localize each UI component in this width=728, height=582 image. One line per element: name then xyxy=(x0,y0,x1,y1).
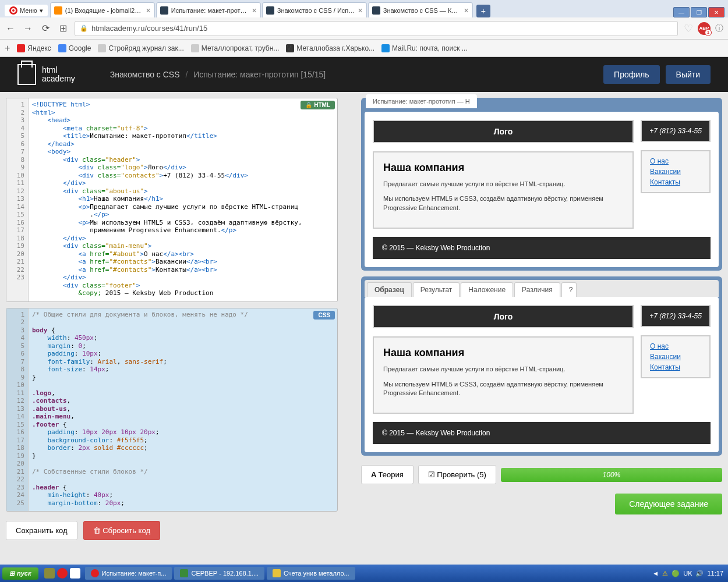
site-favicon xyxy=(191,44,199,52)
result-actions: Теория Проверить (5) 100% xyxy=(361,462,722,484)
close-icon[interactable]: × xyxy=(464,6,469,15)
bookmark-item[interactable]: Стройряд журнал зак... xyxy=(98,44,183,52)
reload-button[interactable]: ⟳ xyxy=(40,23,51,34)
check-button[interactable]: Проверить (5) xyxy=(418,465,496,484)
preview-footer: © 2015 — Keksby Web Production xyxy=(373,237,711,259)
line-gutter: 1234567891011121314151617181920212223 xyxy=(6,98,29,301)
preview-link-about[interactable]: О нас xyxy=(650,156,701,166)
code-content[interactable]: <!DOCTYPE html> <html> <head> <meta char… xyxy=(29,98,337,301)
editors-column: 🔒 HTML 123456789101112131415161718192021… xyxy=(0,92,344,546)
browser-tabs-row: Меню ▾ (1) Входящие - jobmail2001@... × … xyxy=(0,0,728,17)
tab-sample[interactable]: Образец xyxy=(367,282,412,297)
speed-dial-button[interactable]: ⊞ xyxy=(57,23,69,34)
next-task-button[interactable]: Следующее задание xyxy=(615,494,722,514)
minimize-button[interactable]: — xyxy=(673,7,690,17)
page-info-icon[interactable]: ⓘ xyxy=(715,23,723,34)
browser-tab[interactable]: (1) Входящие - jobmail2001@... × xyxy=(50,2,155,17)
htmlacademy-favicon xyxy=(266,6,274,15)
address-bar: ← → ⟳ ⊞ 🔒 htmlacademy.ru/courses/41/run/… xyxy=(0,17,728,40)
progress-bar: 100% xyxy=(501,468,722,482)
close-icon[interactable]: × xyxy=(358,6,363,15)
close-window-button[interactable]: ✕ xyxy=(708,7,725,17)
adblock-icon[interactable]: ABP xyxy=(698,22,711,35)
preview-column: Испытание: макет-прототип — H Лого Наша … xyxy=(344,92,728,546)
css-editor[interactable]: CSS 123456789101112131415161718192021222… xyxy=(6,308,338,512)
site-header: htmlacademy Знакомство с CSS / Испытание… xyxy=(0,57,728,92)
bookmark-item[interactable]: Google xyxy=(58,44,91,52)
html-badge: 🔒 HTML xyxy=(301,101,335,109)
bookmark-item[interactable]: MМеталлобаза г.Харько... xyxy=(286,44,374,52)
add-bookmark-button[interactable]: + xyxy=(5,43,10,54)
browser-tab[interactable]: Знакомство с CSS — Курсы... × xyxy=(368,2,473,17)
preview-about: Наша компания Предлагает самые лучшие ус… xyxy=(373,151,634,229)
close-icon[interactable]: × xyxy=(252,6,257,15)
html-editor[interactable]: 🔒 HTML 123456789101112131415161718192021… xyxy=(6,98,338,302)
css-badge: CSS xyxy=(313,311,335,320)
preview-tab-label: Испытание: макет-прототип — H xyxy=(366,94,477,108)
tab-diff[interactable]: Различия xyxy=(514,282,560,297)
bookmarks-bar: + Яндекс Google Стройряд журнал зак... М… xyxy=(0,40,728,57)
theory-button[interactable]: Теория xyxy=(361,465,414,484)
maximize-button[interactable]: ❐ xyxy=(691,7,707,17)
shield-icon xyxy=(17,64,36,85)
site-logo[interactable]: htmlacademy xyxy=(17,64,75,85)
bookmark-item[interactable]: Яндекс xyxy=(17,44,51,52)
code-content[interactable]: /* Общие стили для документа и блоков, м… xyxy=(29,308,337,512)
preview-panel-user: Испытание: макет-прототип — H Лого Наша … xyxy=(361,98,722,271)
opera-menu-button[interactable]: Меню ▾ xyxy=(5,5,48,16)
preview-link-jobs[interactable]: Вакансии xyxy=(650,352,701,362)
preview-link-contacts[interactable]: Контакты xyxy=(650,362,701,372)
main-content: 🔒 HTML 123456789101112131415161718192021… xyxy=(0,92,728,546)
tab-overlay[interactable]: Наложение xyxy=(461,282,513,297)
opera-icon xyxy=(9,6,17,15)
profile-button[interactable]: Профиль xyxy=(603,65,659,84)
breadcrumb-task: Испытание: макет-прототип [15/15] xyxy=(193,70,326,79)
preview-about: Наша компания Предлагает самые лучшие ус… xyxy=(373,336,634,414)
site-favicon: M xyxy=(286,44,294,52)
editor-actions: Сохранить код Сбросить код xyxy=(6,517,338,540)
preview-footer: © 2015 — Keksby Web Production xyxy=(373,422,711,444)
tab-result[interactable]: Результат xyxy=(413,282,460,297)
preview-logo: Лого xyxy=(373,120,634,143)
yandex-favicon xyxy=(17,44,25,52)
tab-help[interactable]: ? xyxy=(561,282,577,297)
chevron-down-icon: ▾ xyxy=(40,7,43,15)
browser-tab[interactable]: Знакомство с CSS / Испытан... × xyxy=(262,2,367,17)
preview-link-jobs[interactable]: Вакансии xyxy=(650,166,701,177)
htmlacademy-favicon xyxy=(372,6,380,15)
result-tabs: Образец Результат Наложение Различия ? xyxy=(365,280,719,297)
preview-link-about[interactable]: О нас xyxy=(650,341,701,352)
back-button[interactable]: ← xyxy=(5,23,16,34)
mail-favicon xyxy=(54,6,62,15)
breadcrumb-course[interactable]: Знакомство с CSS xyxy=(110,70,180,79)
preview-logo: Лого xyxy=(373,305,634,328)
logout-button[interactable]: Выйти xyxy=(666,65,711,84)
line-gutter: 1234567891011121314151617181920212223242… xyxy=(6,308,29,512)
preview-link-contacts[interactable]: Контакты xyxy=(650,177,701,187)
site-favicon xyxy=(98,44,106,52)
preview-panel-reference: Образец Результат Наложение Различия ? Л… xyxy=(361,276,722,456)
new-tab-button[interactable]: + xyxy=(476,5,490,17)
url-input[interactable]: 🔒 htmlacademy.ru/courses/41/run/15 xyxy=(75,21,678,36)
htmlacademy-favicon xyxy=(160,6,168,15)
bookmark-item[interactable]: Mail.Ru: почта, поиск ... xyxy=(381,44,468,52)
lock-icon: 🔒 xyxy=(80,24,88,32)
close-icon[interactable]: × xyxy=(146,6,151,15)
save-code-button[interactable]: Сохранить код xyxy=(6,521,77,540)
browser-tab[interactable]: Испытание: макет-прототи... × xyxy=(156,2,261,17)
forward-button[interactable]: → xyxy=(22,23,34,34)
preview-phone: +7 (812) 33-4-55 xyxy=(641,305,711,327)
favorite-icon[interactable]: ♡ xyxy=(684,22,693,35)
preview-phone: +7 (812) 33-4-55 xyxy=(641,120,711,142)
preview-menu: О нас Вакансии Контакты xyxy=(641,150,711,193)
google-favicon xyxy=(58,44,66,52)
breadcrumb: Знакомство с CSS / Испытание: макет-прот… xyxy=(110,70,326,79)
reset-code-button[interactable]: Сбросить код xyxy=(83,521,160,540)
preview-menu: О нас Вакансии Контакты xyxy=(641,335,711,378)
bookmark-item[interactable]: Металлопрокат, трубн... xyxy=(191,44,280,52)
mailru-favicon xyxy=(381,44,390,52)
